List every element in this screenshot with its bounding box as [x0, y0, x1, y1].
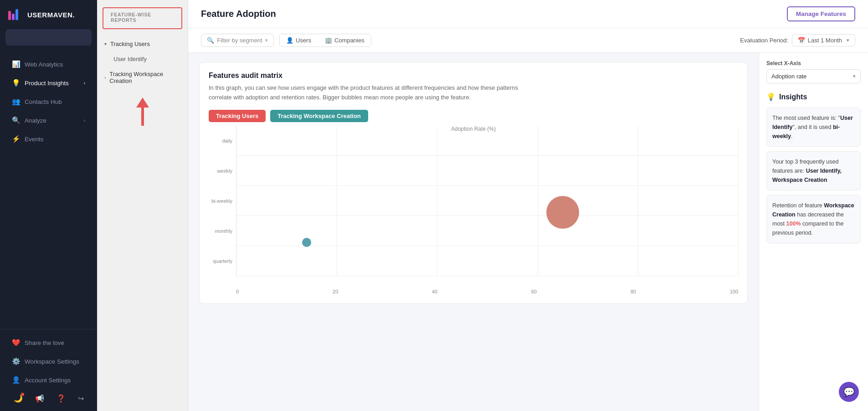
- sidebar-item-label: Events: [25, 136, 43, 143]
- filter-placeholder: Filter by segment: [217, 37, 262, 44]
- sidebar-item-label: Account Settings: [25, 377, 71, 384]
- insight-bold-1: User Identify: [772, 115, 853, 130]
- toolbar: 🔍 Filter by segment ▾ 👤 Users 🏢 Companie…: [188, 28, 868, 53]
- insight-bold-3: User Identify, Workspace Creation: [772, 168, 842, 183]
- sidebar: USERMAVEN. 📊 Web Analytics 💡 Product Ins…: [0, 0, 97, 411]
- chart-grid: [236, 126, 738, 276]
- grid-line-h4: [236, 246, 738, 246]
- features-audit-card: Features audit matrix In this graph, you…: [199, 62, 748, 304]
- workspace-selector[interactable]: [5, 29, 92, 46]
- svg-rect-0: [8, 11, 11, 20]
- x-axis-select-value: Adoption rate: [771, 73, 806, 80]
- bottom-icon-bar: 🌙 📢 ❓ ↪: [0, 390, 97, 407]
- x-axis-labels: 0 20 40 60 80 100: [236, 286, 738, 294]
- lightbulb-icon: 💡: [766, 92, 776, 101]
- evaluation-period: Evaluation Period: 📅 Last 1 Month ▾: [740, 34, 855, 46]
- main-header: Feature Adoption Manage Features: [188, 0, 868, 28]
- eval-period-label: Evaluation Period:: [740, 37, 788, 44]
- filter-by-segment-select[interactable]: 🔍 Filter by segment ▾: [201, 34, 274, 47]
- sidebar-item-account-settings[interactable]: 👤 Account Settings: [4, 371, 93, 389]
- y-label-biweekly: bi-weekly: [211, 198, 232, 204]
- insight-red-percentage: 100%: [786, 221, 801, 227]
- x-axis-select-dropdown[interactable]: Adoption rate ▾: [766, 69, 861, 83]
- sidebar-item-label: Contacts Hub: [25, 98, 62, 105]
- users-toggle-button[interactable]: 👤 Users: [280, 34, 318, 46]
- user-icon: 👤: [12, 376, 20, 384]
- sidebar-item-web-analytics[interactable]: 📊 Web Analytics: [4, 55, 93, 73]
- analyze-icon: 🔍: [12, 116, 20, 124]
- insight-card-2: Your top 3 frequently used features are:…: [766, 151, 861, 190]
- sidebar-item-analyze[interactable]: 🔍 Analyze ›: [4, 111, 93, 129]
- y-label-daily: daily: [222, 138, 232, 144]
- chevron-right-icon: ›: [84, 81, 85, 86]
- y-label-weekly: weekly: [217, 168, 232, 174]
- logo-text: USERMAVEN.: [27, 11, 75, 19]
- arrow-indicator: [97, 98, 188, 126]
- feature-wise-reports-header: FEATURE-WISE REPORTS: [103, 7, 182, 29]
- users-icon: 👤: [286, 37, 293, 44]
- eval-period-selector[interactable]: 📅 Last 1 Month ▾: [792, 34, 855, 46]
- sidebar-item-label: Analyze: [25, 117, 46, 124]
- sub-nav-user-identify[interactable]: User Identify: [97, 51, 188, 67]
- sub-nav-label: User Identify: [113, 56, 147, 62]
- sidebar-item-label: Workspace Settings: [25, 358, 79, 365]
- sidebar-item-share-love[interactable]: ❤️ Share the love: [4, 334, 93, 352]
- users-companies-toggle: 👤 Users 🏢 Companies: [279, 34, 371, 47]
- last-month-label: Last 1 Month: [808, 37, 842, 44]
- sub-nav-label: Tracking Workspace Creation: [109, 71, 180, 84]
- grid-lines-horizontal: [236, 126, 738, 276]
- chevron-right-icon: ›: [84, 118, 85, 123]
- grid-line-h5: [236, 276, 738, 276]
- chevron-right-icon: ›: [104, 75, 106, 80]
- insight-card-1: The most used feature is: "User Identify…: [766, 108, 861, 147]
- sidebar-bottom: ❤️ Share the love ⚙️ Workspace Settings …: [0, 329, 97, 411]
- help-icon[interactable]: ❓: [56, 394, 66, 403]
- bubble-tracking-workspace: [302, 238, 311, 247]
- card-description: In this graph, you can see how users eng…: [209, 83, 528, 103]
- sidebar-item-contacts-hub[interactable]: 👥 Contacts Hub: [4, 92, 93, 111]
- sidebar-item-workspace-settings[interactable]: ⚙️ Workspace Settings: [4, 352, 93, 370]
- gear-icon: ⚙️: [12, 357, 20, 365]
- x-label-60: 60: [531, 289, 537, 294]
- grid-line-h1: [236, 155, 738, 156]
- card-title: Features audit matrix: [209, 72, 738, 80]
- calendar-icon: 📅: [798, 37, 805, 44]
- users-label: Users: [296, 37, 311, 44]
- chat-button[interactable]: 💬: [839, 382, 859, 402]
- companies-toggle-button[interactable]: 🏢 Companies: [318, 34, 371, 46]
- x-label-40: 40: [432, 289, 437, 294]
- insights-title: 💡 Insights: [766, 92, 861, 101]
- manage-features-button[interactable]: Manage Features: [787, 6, 855, 21]
- sidebar-item-events[interactable]: ⚡ Events: [4, 130, 93, 148]
- sub-nav-tracking-users[interactable]: ▾ Tracking Users: [97, 36, 188, 51]
- insight-bold-4: Workspace Creation: [772, 202, 854, 218]
- insights-panel: Select X-Axis Adoption rate ▾ 💡 Insights…: [759, 53, 868, 411]
- bell-icon[interactable]: 📢: [35, 394, 44, 403]
- sub-nav-tracking-workspace[interactable]: › Tracking Workspace Creation: [97, 67, 188, 88]
- x-label-0: 0: [236, 289, 239, 294]
- svg-rect-2: [15, 9, 18, 20]
- arrow-up-icon: [136, 98, 149, 108]
- grid-line-v5: [738, 126, 739, 276]
- x-label-80: 80: [631, 289, 636, 294]
- legend-tracking-workspace[interactable]: Tracking Workspace Creation: [270, 110, 368, 122]
- moon-icon[interactable]: 🌙: [14, 394, 23, 403]
- notification-dot: [21, 393, 24, 396]
- content-area: Features audit matrix In this graph, you…: [188, 53, 868, 411]
- sidebar-item-label: Web Analytics: [25, 61, 63, 68]
- legend-tracking-users[interactable]: Tracking Users: [209, 110, 266, 122]
- chevron-down-icon: ▾: [853, 73, 856, 79]
- x-label-20: 20: [333, 289, 338, 294]
- bubble-chart: daily weekly bi-weekly monthly quarterly: [209, 126, 738, 294]
- companies-icon: 🏢: [325, 37, 332, 44]
- y-label-monthly: monthly: [215, 228, 232, 234]
- insights-label: Insights: [779, 93, 807, 101]
- logout-icon[interactable]: ↪: [78, 394, 84, 403]
- filter-icon: 🔍: [207, 37, 214, 44]
- y-label-quarterly: quarterly: [213, 258, 232, 264]
- sidebar-item-product-insights[interactable]: 💡 Product Insights ›: [4, 74, 93, 92]
- select-x-axis-label: Select X-Axis: [766, 60, 861, 67]
- logo-area: USERMAVEN.: [0, 0, 97, 29]
- sub-panel: FEATURE-WISE REPORTS ▾ Tracking Users Us…: [97, 0, 188, 411]
- y-axis-labels: daily weekly bi-weekly monthly quarterly: [209, 126, 236, 276]
